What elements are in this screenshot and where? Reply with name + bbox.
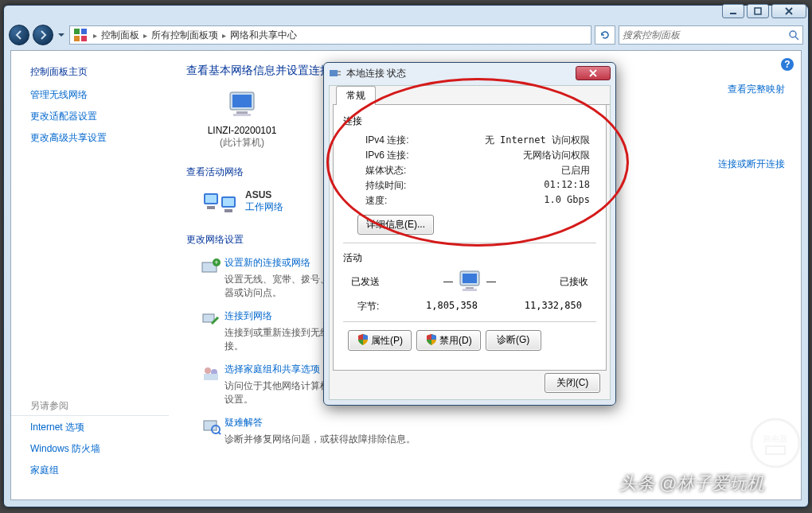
activity-computer-icon <box>456 270 483 293</box>
properties-button[interactable]: 属性(P) <box>348 330 412 351</box>
search-box[interactable] <box>619 25 803 45</box>
nav-history-dropdown[interactable] <box>57 25 66 45</box>
troubleshoot-icon <box>201 416 221 437</box>
link-full-map[interactable]: 查看完整映射 <box>728 83 785 96</box>
address-bar[interactable]: ▸ 控制面板 ▸ 所有控制面板项 ▸ 网络和共享中心 <box>69 25 591 45</box>
svg-rect-5 <box>81 36 87 41</box>
svg-rect-31 <box>466 287 474 289</box>
svg-rect-28 <box>330 70 338 76</box>
computer-icon <box>225 89 259 119</box>
svg-text:+: + <box>214 258 218 266</box>
ipv4-label: IPv4 连接: <box>365 134 409 147</box>
svg-rect-2 <box>74 29 80 34</box>
svg-rect-25 <box>204 374 218 380</box>
help-icon[interactable]: ? <box>780 57 794 72</box>
network-icon <box>202 185 237 217</box>
link-connect-disconnect[interactable]: 连接或断开连接 <box>718 157 785 171</box>
diagnose-button[interactable]: 诊断(G) <box>486 330 541 351</box>
network-name: ASUS <box>245 189 283 200</box>
search-input[interactable] <box>623 29 788 41</box>
svg-rect-22 <box>203 314 214 322</box>
svg-rect-18 <box>224 209 232 212</box>
duration-value: 01:12:18 <box>544 179 590 192</box>
speed-value: 1.0 Gbps <box>544 194 590 208</box>
left-sidebar: 控制面板主页 管理无线网络 更改适配器设置 更改高级共享设置 另请参阅 Inte… <box>11 51 169 499</box>
task4-title[interactable]: 疑难解答 <box>224 417 263 428</box>
group-connection: 连接 <box>343 115 596 128</box>
close-button[interactable] <box>771 4 806 18</box>
task-troubleshoot: 疑难解答 诊断并修复网络问题，或获得故障排除信息。 <box>201 416 785 446</box>
sidebar-home[interactable]: 控制面板主页 <box>30 65 161 79</box>
back-button[interactable] <box>9 25 29 45</box>
recv-label: 已接收 <box>560 275 588 289</box>
bytes-recv: 11,332,850 <box>525 300 582 313</box>
svg-point-6 <box>790 31 796 37</box>
sidebar-link-sharing[interactable]: 更改高级共享设置 <box>30 131 161 145</box>
computer-sub: (此计算机) <box>186 136 298 150</box>
crumb-mid[interactable]: 所有控制面板项 <box>150 29 220 42</box>
svg-rect-10 <box>232 95 252 107</box>
svg-point-23 <box>205 367 211 374</box>
bytes-label: 字节: <box>357 300 379 313</box>
connect-icon <box>201 309 221 330</box>
computer-name: LINZI-20200101 <box>186 125 298 136</box>
sidebar-link-wireless[interactable]: 管理无线网络 <box>30 88 161 102</box>
see-also-title: 另请参阅 <box>30 399 100 413</box>
details-button[interactable]: 详细信息(E)... <box>357 215 434 235</box>
svg-rect-0 <box>730 13 736 14</box>
task2-title[interactable]: 连接到网络 <box>224 310 272 321</box>
maximize-button[interactable] <box>747 4 769 18</box>
adapter-icon <box>329 67 342 80</box>
group-activity: 活动 <box>343 251 596 265</box>
crumb-leaf[interactable]: 网络和共享中心 <box>228 29 299 42</box>
homegroup-icon <box>201 363 221 383</box>
duration-label: 持续时间: <box>365 179 406 192</box>
sidebar-link-adapter[interactable]: 更改适配器设置 <box>30 110 161 123</box>
network-type[interactable]: 工作网络 <box>245 200 283 214</box>
svg-rect-4 <box>74 36 80 41</box>
tab-general[interactable]: 常规 <box>336 86 376 105</box>
status-dialog: 本地连接 状态 常规 连接 IPv4 连接:无 Internet 访问权限 IP… <box>323 62 616 406</box>
svg-rect-1 <box>755 8 761 14</box>
minimize-button[interactable] <box>722 4 744 18</box>
shield-icon <box>357 333 369 346</box>
see-also-homegroup[interactable]: 家庭组 <box>30 464 100 477</box>
sent-label: 已发送 <box>351 275 380 289</box>
forward-button[interactable] <box>33 25 53 45</box>
dialog-body: 常规 连接 IPv4 连接:无 Internet 访问权限 IPv6 连接:无网… <box>329 85 611 400</box>
control-panel-icon <box>73 28 88 42</box>
ipv6-value: 无网络访问权限 <box>523 149 590 162</box>
search-icon <box>788 29 799 41</box>
nav-toolbar: ▸ 控制面板 ▸ 所有控制面板项 ▸ 网络和共享中心 <box>9 23 803 47</box>
svg-rect-32 <box>463 289 477 291</box>
see-also-internet[interactable]: Internet 选项 <box>30 421 100 434</box>
close-button-dlg[interactable]: 关闭(C) <box>545 373 600 393</box>
refresh-button[interactable] <box>595 25 615 45</box>
shield-icon <box>425 333 438 346</box>
svg-text:?: ? <box>784 59 790 70</box>
window-titlebar[interactable] <box>4 6 808 21</box>
task1-title[interactable]: 设置新的连接或网络 <box>224 257 310 268</box>
new-connection-icon: + <box>201 256 221 277</box>
media-label: 媒体状态: <box>365 164 406 177</box>
svg-rect-30 <box>463 274 477 283</box>
bytes-sent: 1,805,358 <box>426 300 478 313</box>
media-value: 已启用 <box>561 164 590 177</box>
svg-rect-3 <box>81 29 87 34</box>
dialog-titlebar[interactable]: 本地连接 状态 <box>324 63 615 84</box>
svg-rect-16 <box>223 198 234 206</box>
svg-rect-12 <box>233 114 251 116</box>
crumb-root[interactable]: 控制面板 <box>100 29 141 42</box>
dialog-title: 本地连接 状态 <box>346 67 406 80</box>
disable-button[interactable]: 禁用(D) <box>416 330 481 351</box>
svg-rect-17 <box>207 206 215 209</box>
ipv6-label: IPv6 连接: <box>365 149 409 162</box>
ipv4-value: 无 Internet 访问权限 <box>485 134 590 147</box>
see-also-firewall[interactable]: Windows 防火墙 <box>30 442 100 456</box>
svg-rect-15 <box>205 195 217 203</box>
dialog-close-button[interactable] <box>576 66 611 80</box>
svg-rect-11 <box>236 111 248 114</box>
task3-title[interactable]: 选择家庭组和共享选项 <box>224 363 320 375</box>
speed-label: 速度: <box>365 194 387 208</box>
task4-desc: 诊断并修复网络问题，或获得故障排除信息。 <box>224 433 416 446</box>
